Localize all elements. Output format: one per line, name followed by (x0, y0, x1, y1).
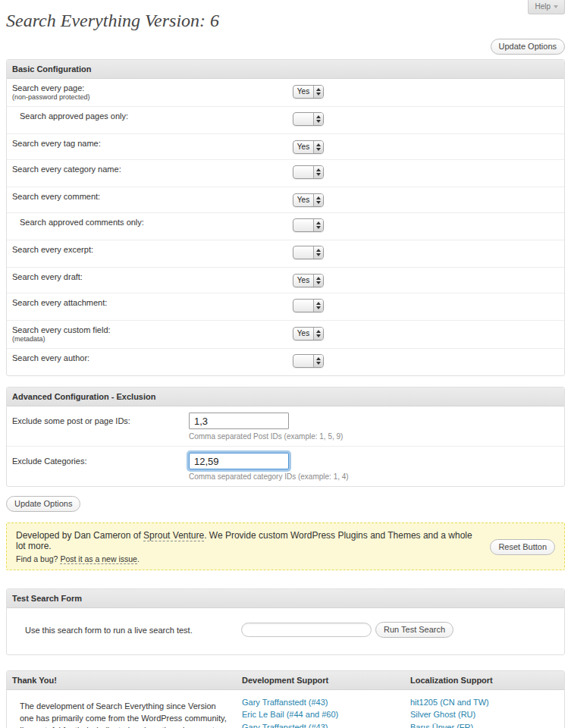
select-value: Yes (293, 275, 313, 287)
basic-configuration-header: Basic Configuration (7, 60, 564, 79)
setting-label-cell: Search approved pages only: (7, 111, 293, 121)
notice-line2: Find a bug? Post it as a new issue. (16, 554, 478, 563)
exclusion-input[interactable] (189, 413, 289, 429)
exclusion-label: Exclude Categories: (7, 453, 189, 466)
thank-you-header-row: Thank You! Development Support Localizat… (7, 671, 564, 690)
yes-no-select[interactable]: Yes (293, 193, 324, 207)
yes-no-select[interactable]: Yes (293, 274, 324, 287)
development-support-link[interactable]: Eric Le Bail (#44 and #60) (242, 708, 410, 720)
select-value: Yes (293, 194, 313, 206)
setting-row: Search every tag name: Yes (7, 134, 564, 160)
yes-no-select[interactable] (293, 299, 324, 312)
post-issue-link[interactable]: Post it as a new issue (60, 554, 137, 564)
setting-control-cell: Yes (293, 83, 324, 99)
select-stepper-icon (313, 141, 323, 153)
setting-control-cell (293, 245, 324, 262)
setting-control-cell (293, 165, 324, 181)
test-search-header: Test Search Form (7, 589, 564, 608)
development-support-link[interactable]: Gary Traffanstedt (#43) (242, 721, 410, 728)
setting-control-cell (293, 353, 324, 370)
yes-no-select[interactable] (293, 354, 324, 368)
yes-no-select[interactable]: Yes (293, 327, 324, 340)
setting-sublabel: (non-password protected) (12, 93, 293, 101)
advanced-configuration-panel: Advanced Configuration - Exclusion Exclu… (6, 387, 565, 487)
exclusion-row: Exclude some post or page IDs: Comma sep… (7, 406, 564, 447)
yes-no-select[interactable] (293, 218, 324, 232)
update-options-button-bottom[interactable]: Update Options (6, 496, 80, 512)
yes-no-select[interactable] (293, 246, 324, 259)
sprout-venture-link[interactable]: Sprout Venture (143, 530, 204, 541)
update-options-button-top[interactable]: Update Options (491, 39, 565, 55)
select-stepper-icon (313, 328, 323, 340)
setting-label: Search every page: (12, 83, 293, 93)
setting-row: Search approved comments only: (7, 213, 564, 240)
notice-line1: Developed by Dan Cameron of Sprout Ventu… (16, 530, 478, 551)
notice-line2-prefix: Find a bug? (16, 554, 60, 563)
yes-no-select[interactable] (293, 165, 324, 179)
select-value (293, 300, 313, 312)
test-search-body: Use this search form to run a live searc… (7, 608, 564, 654)
top-actions: Update Options (0, 39, 565, 55)
setting-label: Search every tag name: (12, 139, 293, 148)
thank-you-body: The development of Search Everything sin… (7, 690, 564, 728)
setting-label-cell: Search every custom field: (metadata) (7, 325, 293, 343)
yes-no-select[interactable] (293, 112, 324, 126)
exclusion-control-cell: Comma separated Post IDs (example: 1, 5,… (189, 413, 343, 441)
notice-line2-suffix: . (137, 554, 140, 563)
thank-you-panel: Thank You! Development Support Localizat… (6, 670, 565, 728)
setting-row: Search every custom field: (metadata) Ye… (7, 321, 564, 349)
setting-label-cell: Search every excerpt: (7, 245, 293, 254)
setting-label: Search approved comments only: (20, 218, 293, 227)
setting-label-cell: Search every attachment: (7, 298, 293, 307)
notice-line1-prefix: Developed by Dan Cameron of (16, 530, 143, 541)
exclusion-input[interactable] (189, 453, 289, 469)
setting-control-cell (293, 111, 324, 128)
setting-label: Search every custom field: (12, 325, 293, 334)
setting-row: Search approved pages only: (7, 107, 564, 134)
setting-sublabel: (metadata) (12, 335, 293, 343)
select-stepper-icon (313, 355, 323, 367)
development-support-link[interactable]: Gary Traffanstedt (#43) (242, 696, 410, 708)
setting-label: Search every draft: (12, 272, 293, 281)
yes-no-select[interactable]: Yes (293, 85, 324, 99)
setting-label: Search every category name: (12, 165, 293, 174)
setting-row: Search every draft: Yes (7, 268, 564, 293)
test-search-input[interactable] (241, 623, 372, 637)
advanced-rows: Exclude some post or page IDs: Comma sep… (7, 406, 564, 486)
run-test-search-button[interactable]: Run Test Search (375, 622, 453, 638)
development-support-list: Gary Traffanstedt (#43)Eric Le Bail (#44… (242, 694, 410, 728)
select-value (293, 355, 313, 367)
setting-label-cell: Search every page: (non-password protect… (7, 83, 293, 101)
help-dropdown[interactable]: Help (528, 0, 565, 14)
setting-control-cell: Yes (293, 192, 324, 207)
localization-support-header: Localization Support (410, 671, 564, 689)
yes-no-select[interactable]: Yes (293, 140, 324, 154)
setting-label-cell: Search every draft: (7, 272, 293, 281)
select-value (293, 166, 313, 178)
setting-label-cell: Search approved comments only: (7, 218, 293, 227)
setting-label: Search every author: (12, 353, 293, 362)
setting-label-cell: Search every category name: (7, 165, 293, 174)
basic-rows: Search every page: (non-password protect… (7, 79, 564, 375)
reset-button[interactable]: Reset Button (490, 539, 555, 555)
select-stepper-icon (313, 113, 323, 125)
setting-label: Search every excerpt: (12, 245, 293, 254)
chevron-down-icon (554, 5, 558, 8)
bottom-actions: Update Options (6, 496, 571, 512)
localization-support-link[interactable]: Barış Ünver (FR) (410, 721, 564, 728)
setting-row: Search every attachment: (7, 293, 564, 321)
localization-support-link[interactable]: Silver Ghost (RU) (410, 708, 564, 720)
select-stepper-icon (313, 246, 323, 259)
setting-label: Search every comment: (12, 192, 293, 201)
setting-control-cell: Yes (293, 272, 324, 287)
setting-control-cell: Yes (293, 325, 324, 340)
localization-support-link[interactable]: hit1205 (CN and TW) (410, 696, 564, 708)
setting-label-cell: Search every author: (7, 353, 293, 362)
select-value: Yes (293, 86, 313, 98)
test-search-description: Use this search form to run a live searc… (25, 626, 241, 635)
setting-control-cell: Yes (293, 139, 324, 154)
select-value (293, 113, 313, 125)
page-title: Search Everything Version: 6 (6, 11, 571, 31)
select-stepper-icon (313, 166, 323, 178)
developer-notice: Developed by Dan Cameron of Sprout Ventu… (6, 522, 565, 570)
